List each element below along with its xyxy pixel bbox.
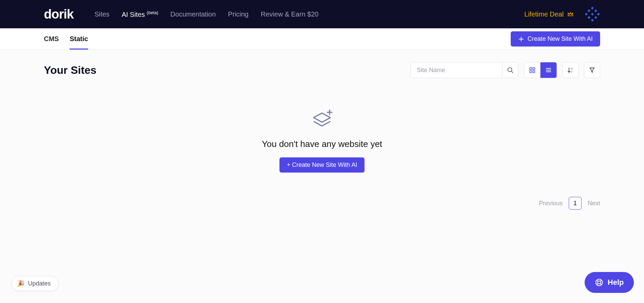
- help-button[interactable]: Help: [585, 272, 634, 293]
- nav-sites[interactable]: Sites: [95, 10, 109, 18]
- grid-icon: [529, 67, 536, 73]
- pagination: Previous 1 Next: [44, 197, 600, 210]
- filter-icon: [589, 67, 595, 73]
- content-toolbar: Your Sites: [44, 62, 600, 78]
- svg-rect-14: [533, 68, 535, 70]
- nav-right: Lifetime Deal: [524, 6, 600, 22]
- grid-view-button[interactable]: [524, 62, 540, 78]
- help-label: Help: [608, 278, 624, 287]
- tab-static[interactable]: Static: [70, 28, 88, 50]
- sort-az-icon: A Z: [567, 67, 574, 73]
- lifetime-deal-label: Lifetime Deal: [524, 10, 564, 18]
- updates-label: Updates: [28, 280, 51, 287]
- svg-text:Z: Z: [571, 70, 572, 73]
- svg-text:A: A: [571, 67, 573, 70]
- search-wrap: [410, 62, 518, 78]
- site-type-tabs: CMS Static: [44, 28, 511, 50]
- filter-button[interactable]: [584, 62, 600, 78]
- svg-rect-5: [597, 13, 600, 16]
- svg-line-27: [600, 283, 602, 285]
- svg-line-29: [600, 280, 602, 281]
- nav-ai-sites-label: AI Sites: [122, 10, 145, 18]
- pagination-previous[interactable]: Previous: [539, 200, 563, 207]
- svg-rect-15: [530, 71, 532, 73]
- crown-icon: [567, 11, 574, 18]
- sort-button[interactable]: A Z: [562, 62, 579, 78]
- page-title: Your Sites: [44, 64, 405, 77]
- lifebuoy-icon: [595, 278, 603, 287]
- nav-review-earn[interactable]: Review & Earn $20: [261, 10, 319, 18]
- empty-state: You don't have any website yet + Create …: [44, 109, 600, 173]
- svg-rect-1: [588, 9, 590, 12]
- svg-rect-7: [594, 16, 597, 19]
- updates-button[interactable]: 🎉 Updates: [11, 276, 58, 291]
- nav-documentation[interactable]: Documentation: [170, 10, 216, 18]
- primary-nav: Sites AI Sites (beta) Documentation Pric…: [95, 10, 513, 19]
- svg-rect-4: [585, 13, 588, 16]
- party-popper-icon: 🎉: [17, 280, 25, 287]
- svg-line-26: [597, 280, 598, 281]
- sub-navbar: CMS Static Create New Site With AI: [0, 28, 644, 50]
- main-content: Your Sites: [0, 50, 644, 210]
- nav-ai-sites[interactable]: AI Sites (beta): [122, 10, 158, 19]
- lifetime-deal-link[interactable]: Lifetime Deal: [524, 10, 574, 18]
- view-toggle: [524, 62, 557, 78]
- brand-logo[interactable]: dorik: [44, 7, 74, 22]
- nav-pricing[interactable]: Pricing: [228, 10, 248, 18]
- svg-line-28: [597, 283, 598, 285]
- top-navbar: dorik Sites AI Sites (beta) Documentatio…: [0, 0, 644, 28]
- search-icon: [507, 66, 514, 74]
- create-new-site-button[interactable]: Create New Site With AI: [511, 31, 600, 47]
- svg-rect-6: [588, 16, 590, 19]
- empty-create-button[interactable]: + Create New Site With AI: [279, 157, 365, 173]
- create-new-site-label: Create New Site With AI: [528, 35, 593, 42]
- user-avatar-icon[interactable]: [585, 6, 600, 22]
- empty-layers-icon: [310, 109, 334, 133]
- svg-rect-13: [530, 68, 532, 70]
- plus-icon: [518, 36, 524, 42]
- search-input[interactable]: [411, 62, 502, 78]
- svg-rect-16: [533, 71, 535, 73]
- svg-point-11: [508, 68, 512, 72]
- svg-rect-8: [591, 19, 594, 22]
- pagination-next[interactable]: Next: [588, 200, 600, 207]
- svg-point-25: [598, 281, 601, 284]
- search-button[interactable]: [502, 62, 518, 78]
- empty-message: You don't have any website yet: [262, 139, 382, 149]
- tab-cms[interactable]: CMS: [44, 28, 59, 50]
- list-view-button[interactable]: [540, 62, 557, 78]
- svg-line-12: [511, 71, 513, 73]
- svg-rect-0: [591, 7, 594, 9]
- nav-ai-sites-badge: (beta): [147, 10, 158, 15]
- list-icon: [545, 67, 552, 73]
- svg-rect-2: [594, 9, 597, 12]
- pagination-page-1[interactable]: 1: [569, 197, 582, 210]
- svg-rect-3: [591, 13, 594, 16]
